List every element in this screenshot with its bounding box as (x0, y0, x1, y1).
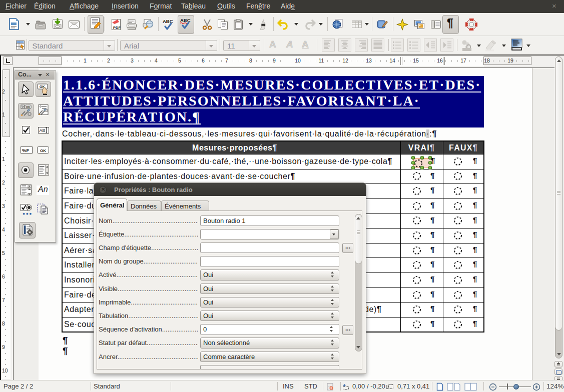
svg-text:AB: AB (40, 128, 46, 133)
svg-text:OK: OK (26, 106, 30, 108)
svg-text:PDF: PDF (113, 26, 121, 30)
svg-text:%F: %F (22, 148, 29, 153)
svg-text:OK: OK (40, 148, 46, 153)
